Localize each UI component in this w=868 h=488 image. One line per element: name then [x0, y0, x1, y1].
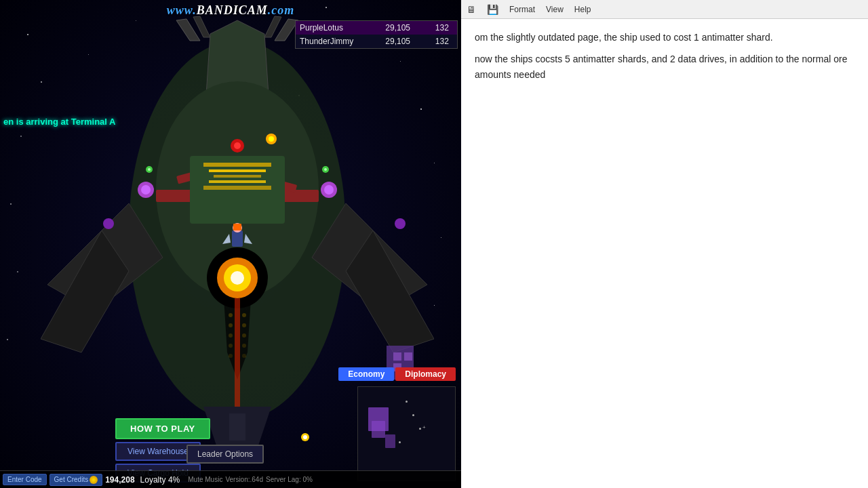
browser-content: om the slightly outdated page, the ship … — [461, 19, 868, 488]
window-icon: 🖥 — [467, 4, 476, 15]
browser-paragraph-1: om the slightly outdated page, the ship … — [475, 30, 854, 45]
svg-rect-48 — [404, 352, 412, 361]
svg-rect-43 — [232, 230, 243, 247]
coin-icon — [90, 476, 98, 484]
economy-diplomacy-tabs: Economy Diplomacy — [338, 367, 456, 381]
svg-rect-47 — [393, 352, 401, 361]
browser-panel: 🖥 💾 Format View Help om the slightly out… — [461, 0, 868, 488]
loyalty-text: Loyalty 4% — [140, 475, 180, 485]
server-lag-text: Server Lag: 0% — [266, 476, 313, 483]
svg-point-52 — [303, 435, 307, 439]
leaderboard-row-2: ThunderJimmy 29,105 132 — [296, 35, 457, 48]
svg-rect-11 — [203, 186, 271, 190]
leaderboard-row-1: PurpleLotus 29,105 132 — [296, 21, 457, 35]
player-score-1: 29,105 — [381, 21, 427, 35]
get-credits-button[interactable]: Get Credits — [50, 474, 103, 486]
svg-rect-9 — [214, 175, 261, 178]
get-credits-label: Get Credits — [54, 476, 89, 483]
svg-point-36 — [324, 168, 327, 171]
svg-point-32 — [324, 185, 334, 195]
svg-rect-50 — [229, 413, 245, 441]
svg-rect-7 — [203, 163, 271, 167]
player-score-2: 29,105 — [381, 35, 427, 48]
svg-point-40 — [269, 136, 274, 142]
economy-tab[interactable]: Economy — [338, 367, 394, 381]
save-icon: 💾 — [487, 4, 498, 15]
browser-paragraph-2: now the ships cocsts 5 antimatter shards… — [475, 52, 854, 82]
view-menu[interactable]: View — [546, 5, 564, 14]
status-bar: Enter Code Get Credits 194,208 Loyalty 4… — [0, 470, 461, 488]
svg-point-38 — [395, 218, 406, 229]
player-name-2: ThunderJimmy — [296, 35, 381, 48]
svg-point-42 — [234, 142, 241, 149]
svg-point-27 — [231, 271, 244, 285]
svg-rect-10 — [209, 180, 266, 183]
svg-rect-45 — [233, 224, 241, 230]
diplomacy-tab[interactable]: Diplomacy — [395, 367, 456, 381]
svg-point-34 — [148, 168, 151, 171]
mute-music-button[interactable]: Mute Music — [188, 476, 222, 483]
leaderboard-panel: PurpleLotus 29,105 132 ThunderJimmy 29,1… — [295, 20, 458, 49]
player-name-1: PurpleLotus — [296, 21, 381, 35]
format-menu[interactable]: Format — [509, 5, 535, 14]
how-to-play-button[interactable]: HOW TO PLAY — [115, 418, 210, 439]
svg-rect-8 — [209, 169, 266, 172]
enter-code-button[interactable]: Enter Code — [3, 474, 47, 485]
version-text: Version:.64d — [225, 476, 263, 483]
credits-amount: 194,208 — [105, 475, 134, 485]
help-menu[interactable]: Help — [574, 5, 591, 14]
browser-toolbar: 🖥 💾 Format View Help — [461, 0, 868, 19]
player-rank-2: 132 — [427, 35, 457, 48]
minimap: + — [357, 386, 456, 481]
leader-options-button[interactable]: Leader Options — [186, 445, 264, 464]
svg-point-37 — [103, 218, 114, 229]
minimap-content: + — [358, 387, 455, 481]
svg-point-30 — [141, 185, 151, 195]
game-panel: www.BANDICAM.com en is arriving at Termi… — [0, 0, 461, 488]
player-rank-1: 132 — [427, 21, 457, 35]
